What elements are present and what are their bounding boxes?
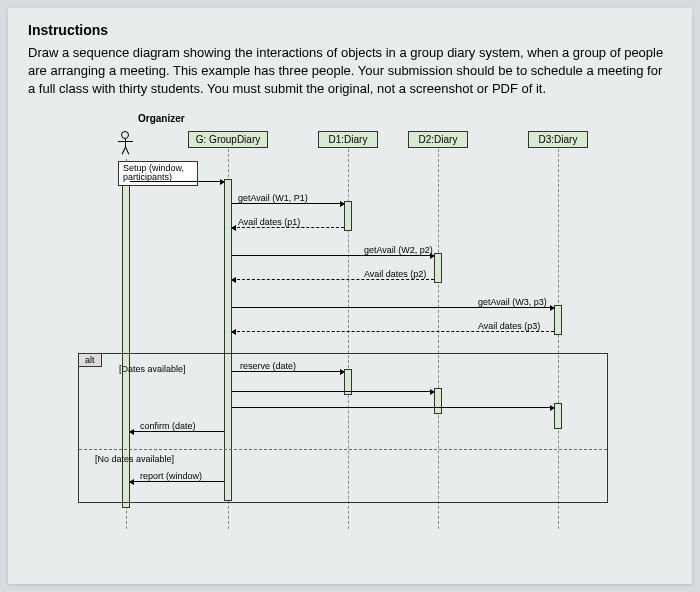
activation-d3-1 [554, 305, 562, 335]
msg-avail2: Avail dates (p2) [232, 279, 434, 280]
participant-d3: D3:Diary [528, 131, 588, 148]
msg-setup [130, 181, 224, 182]
alt-guard-available: [Dates available] [119, 364, 186, 374]
participant-groupdiary: G: GroupDiary [188, 131, 268, 148]
participant-d2: D2:Diary [408, 131, 468, 148]
participant-d1: D1:Diary [318, 131, 378, 148]
setup-note: Setup (window, participants) [118, 161, 198, 187]
msg-avail3: Avail dates (p3) [232, 331, 554, 332]
sequence-diagram: Organizer G: GroupDiary D1:Diary D2:Diar… [88, 113, 648, 543]
alt-divider [79, 449, 607, 450]
actor-icon [118, 131, 134, 157]
msg-avail1: Avail dates (p1) [232, 227, 344, 228]
msg-reserve: reserve (date) [232, 371, 344, 372]
activation-d2-1 [434, 253, 442, 283]
alt-tag: alt [78, 353, 102, 367]
activation-d1-1 [344, 201, 352, 231]
msg-getavail3: getAvail (W3, p3) [232, 307, 554, 308]
msg-reserve3 [232, 407, 554, 408]
alt-guard-unavailable: [No dates available] [95, 454, 174, 464]
msg-getavail1: getAvail (W1, P1) [232, 203, 344, 204]
msg-confirm: confirm (date) [130, 431, 224, 432]
msg-reserve2 [232, 391, 434, 392]
msg-report: report (window) [130, 481, 224, 482]
instructions-text: Draw a sequence diagram showing the inte… [28, 44, 672, 99]
msg-getavail2: getAvail (W2, p2) [232, 255, 434, 256]
actor-label: Organizer [138, 113, 185, 124]
heading: Instructions [28, 22, 672, 38]
